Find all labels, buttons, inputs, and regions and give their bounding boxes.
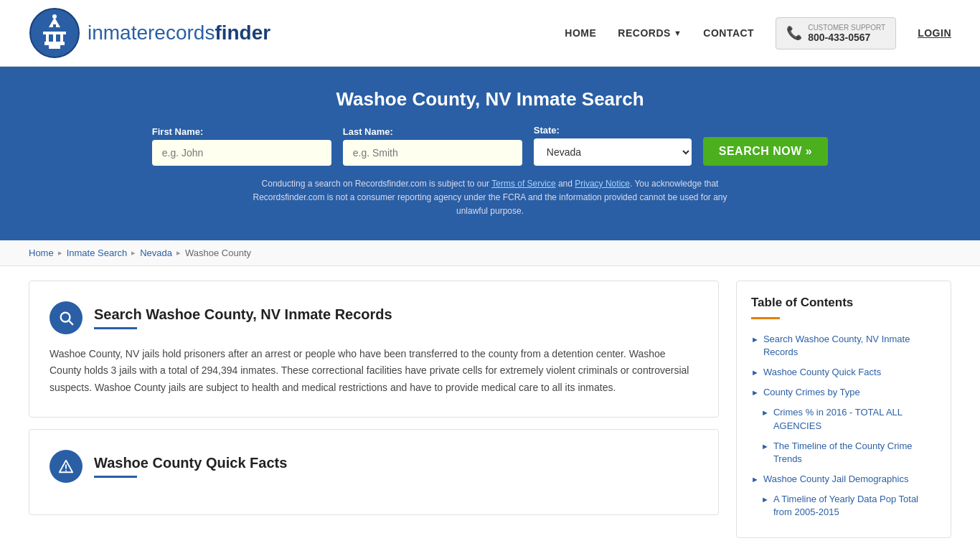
main-content: Search Washoe County, NV Inmate Records … xyxy=(0,266,980,551)
toc-title: Table of Contents xyxy=(751,296,936,310)
warning-icon xyxy=(58,458,74,474)
logo-icon xyxy=(29,7,80,59)
svg-rect-9 xyxy=(43,32,66,34)
svg-point-14 xyxy=(65,470,67,471)
support-label: CUSTOMER SUPPORT xyxy=(808,24,885,32)
toc-item-1: ► Search Washoe County, NV Inmate Record… xyxy=(751,329,936,362)
toc-link-6[interactable]: ► Washoe County Jail Demographics xyxy=(751,473,936,486)
state-label: State: xyxy=(534,125,560,136)
chevron-right-icon: ► xyxy=(751,387,759,398)
search-records-section: Search Washoe County, NV Inmate Records … xyxy=(29,281,719,418)
disclaimer-text: Conducting a search on Recordsfinder.com… xyxy=(239,177,741,219)
chevron-right-icon: ► xyxy=(761,441,769,452)
chevron-right-icon: ► xyxy=(761,408,769,418)
logo-text: inmaterecordsfinder xyxy=(88,22,270,44)
search-form: First Name: Last Name: State: Nevada Ala… xyxy=(29,125,951,166)
breadcrumb-home[interactable]: Home xyxy=(29,248,54,258)
toc-item-4: ► Crimes % in 2016 - TOTAL ALL AGENCIES xyxy=(751,402,936,435)
search-section-title: Search Washoe County, NV Inmate Records xyxy=(94,306,392,323)
content-column: Search Washoe County, NV Inmate Records … xyxy=(29,281,736,538)
chevron-right-icon: ► xyxy=(761,494,769,505)
chevron-right-icon: ► xyxy=(751,474,759,485)
quick-facts-title: Washoe County Quick Facts xyxy=(94,455,287,471)
nav-records[interactable]: RECORDS ▼ xyxy=(618,27,682,39)
toc-link-4[interactable]: ► Crimes % in 2016 - TOTAL ALL AGENCIES xyxy=(761,406,936,432)
chevron-right-icon: ► xyxy=(751,334,759,345)
search-button[interactable]: SEARCH NOW » xyxy=(703,137,828,166)
nav-home[interactable]: HOME xyxy=(565,27,596,39)
last-name-label: Last Name: xyxy=(343,126,393,137)
section-header-search: Search Washoe County, NV Inmate Records xyxy=(50,301,698,334)
toc-item-7: ► A Timeline of Yearly Data Pop Total fr… xyxy=(751,489,936,522)
toc-item-3: ► County Crimes by Type xyxy=(751,382,936,402)
chevron-down-icon: ▼ xyxy=(674,29,682,37)
hero-title: Washoe County, NV Inmate Search xyxy=(29,88,951,110)
privacy-link[interactable]: Privacy Notice xyxy=(575,179,630,189)
breadcrumb-sep-2: ▸ xyxy=(131,248,136,258)
first-name-group: First Name: xyxy=(152,126,331,166)
breadcrumb-sep-1: ▸ xyxy=(58,248,62,258)
main-nav: HOME RECORDS ▼ CONTACT 📞 CUSTOMER SUPPOR… xyxy=(565,17,951,50)
svg-point-8 xyxy=(52,14,57,19)
section-header-quick-facts: Washoe County Quick Facts xyxy=(50,450,698,483)
toc-link-5[interactable]: ► The Timeline of the County Crime Trend… xyxy=(761,440,936,466)
quick-facts-icon xyxy=(50,450,83,483)
toc-link-2[interactable]: ► Washoe County Quick Facts xyxy=(751,366,936,379)
toc-item-6: ► Washoe County Jail Demographics xyxy=(751,469,936,489)
nav-contact[interactable]: CONTACT xyxy=(703,27,754,39)
svg-line-11 xyxy=(69,321,72,324)
state-select[interactable]: Nevada Alabama Alaska Arizona California xyxy=(534,138,692,166)
breadcrumb-sep-3: ▸ xyxy=(176,248,181,258)
last-name-input[interactable] xyxy=(343,140,522,166)
breadcrumb-nevada[interactable]: Nevada xyxy=(140,248,172,258)
toc-item-2: ► Washoe County Quick Facts xyxy=(751,362,936,382)
chevron-right-icon: ► xyxy=(751,367,759,378)
search-section-icon xyxy=(50,301,83,334)
quick-facts-underline xyxy=(94,476,137,478)
toc-item-5: ► The Timeline of the County Crime Trend… xyxy=(751,436,936,469)
headphone-icon: 📞 xyxy=(786,25,802,41)
magnifier-icon xyxy=(58,310,74,326)
search-section-body: Washoe County, NV jails hold prisoners a… xyxy=(50,346,698,397)
quick-facts-section: Washoe County Quick Facts xyxy=(29,429,719,515)
logo-area: inmaterecordsfinder xyxy=(29,7,270,59)
site-header: inmaterecordsfinder HOME RECORDS ▼ CONTA… xyxy=(0,0,980,67)
hero-banner: Washoe County, NV Inmate Search First Na… xyxy=(0,67,980,240)
customer-support-button[interactable]: 📞 CUSTOMER SUPPORT 800-433-0567 xyxy=(776,17,896,50)
last-name-group: Last Name: xyxy=(343,126,522,166)
breadcrumb-inmate-search[interactable]: Inmate Search xyxy=(67,248,128,258)
toc-link-7[interactable]: ► A Timeline of Yearly Data Pop Total fr… xyxy=(761,493,936,519)
toc-underline xyxy=(751,317,780,319)
login-button[interactable]: LOGIN xyxy=(918,27,951,39)
first-name-input[interactable] xyxy=(152,140,331,166)
state-group: State: Nevada Alabama Alaska Arizona Cal… xyxy=(534,125,692,166)
toc-link-1[interactable]: ► Search Washoe County, NV Inmate Record… xyxy=(751,333,936,359)
breadcrumb-washoe-county: Washoe County xyxy=(185,248,251,258)
sidebar: Table of Contents ► Search Washoe County… xyxy=(736,281,951,538)
first-name-label: First Name: xyxy=(152,126,204,137)
tos-link[interactable]: Terms of Service xyxy=(491,179,555,189)
search-section-underline xyxy=(94,327,137,329)
toc-card: Table of Contents ► Search Washoe County… xyxy=(736,281,951,538)
toc-link-3[interactable]: ► County Crimes by Type xyxy=(751,386,936,399)
svg-rect-7 xyxy=(53,24,56,28)
support-phone: 800-433-0567 xyxy=(808,32,885,43)
toc-list: ► Search Washoe County, NV Inmate Record… xyxy=(751,329,936,523)
breadcrumb: Home ▸ Inmate Search ▸ Nevada ▸ Washoe C… xyxy=(0,240,980,266)
